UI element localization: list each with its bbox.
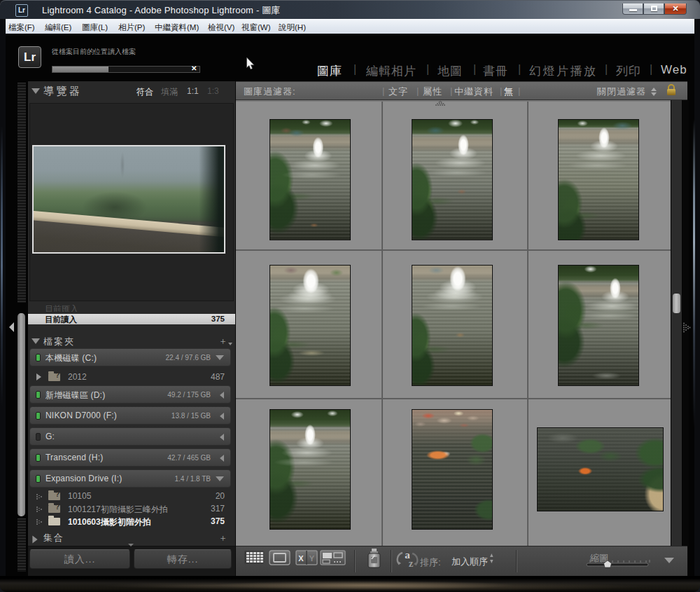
svg-text:Y: Y xyxy=(309,554,315,563)
svg-text:X: X xyxy=(298,554,304,563)
svg-text:z: z xyxy=(409,558,414,569)
